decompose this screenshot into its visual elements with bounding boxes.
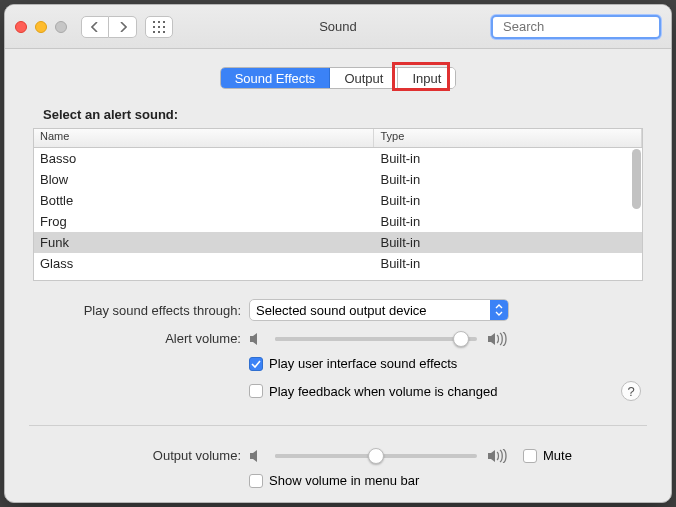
zoom-button[interactable] bbox=[55, 21, 67, 33]
popup-arrows-icon bbox=[490, 300, 508, 320]
svg-rect-1 bbox=[158, 21, 160, 23]
svg-rect-6 bbox=[153, 31, 155, 33]
svg-rect-4 bbox=[158, 26, 160, 28]
svg-rect-8 bbox=[163, 31, 165, 33]
svg-rect-0 bbox=[153, 21, 155, 23]
col-name[interactable]: Name bbox=[34, 129, 374, 147]
output-volume-slider[interactable] bbox=[275, 454, 477, 458]
play-through-label: Play sound effects through: bbox=[35, 303, 249, 318]
svg-rect-5 bbox=[163, 26, 165, 28]
titlebar: Sound bbox=[5, 5, 671, 49]
speaker-low-icon bbox=[249, 449, 265, 463]
speaker-low-icon bbox=[249, 332, 265, 346]
table-row[interactable]: FrogBuilt-in bbox=[34, 211, 642, 232]
table-row[interactable]: GlassBuilt-in bbox=[34, 253, 642, 274]
checkbox-icon bbox=[249, 384, 263, 398]
table-body: BassoBuilt-inBlowBuilt-inBottleBuilt-inF… bbox=[34, 148, 642, 280]
sound-name: Bottle bbox=[34, 193, 374, 208]
sound-type: Built-in bbox=[374, 172, 642, 187]
checkbox-icon bbox=[523, 449, 537, 463]
popup-selected: Selected sound output device bbox=[256, 303, 427, 318]
forward-button[interactable] bbox=[109, 16, 137, 38]
table-row[interactable]: FunkBuilt-in bbox=[34, 232, 642, 253]
ui-effects-label: Play user interface sound effects bbox=[269, 356, 457, 371]
search-input[interactable] bbox=[503, 19, 671, 34]
minimize-button[interactable] bbox=[35, 21, 47, 33]
tab-output[interactable]: Output bbox=[330, 68, 398, 88]
chevron-left-icon bbox=[91, 22, 99, 32]
sound-name: Glass bbox=[34, 256, 374, 271]
sound-type: Built-in bbox=[374, 256, 642, 271]
nav-buttons bbox=[81, 16, 137, 38]
svg-rect-3 bbox=[153, 26, 155, 28]
scrollbar-thumb[interactable] bbox=[632, 149, 641, 209]
alert-sound-table: Name Type BassoBuilt-inBlowBuilt-inBottl… bbox=[33, 128, 643, 281]
sound-type: Built-in bbox=[374, 193, 642, 208]
output-volume-label: Output volume: bbox=[35, 448, 249, 463]
alert-volume-slider[interactable] bbox=[275, 337, 477, 341]
sound-name: Funk bbox=[34, 235, 374, 250]
checkbox-icon bbox=[249, 357, 263, 371]
sound-name: Frog bbox=[34, 214, 374, 229]
table-row[interactable]: BottleBuilt-in bbox=[34, 190, 642, 211]
search-field[interactable] bbox=[491, 15, 661, 39]
divider bbox=[29, 425, 647, 426]
sound-name: Basso bbox=[34, 151, 374, 166]
traffic-lights bbox=[15, 21, 67, 33]
output-device-popup[interactable]: Selected sound output device bbox=[249, 299, 509, 321]
show-all-button[interactable] bbox=[145, 16, 173, 38]
settings-form: Play sound effects through: Selected sou… bbox=[33, 299, 643, 488]
alert-heading: Select an alert sound: bbox=[43, 107, 643, 122]
sound-type: Built-in bbox=[374, 235, 642, 250]
tab-sound-effects[interactable]: Sound Effects bbox=[221, 68, 331, 88]
tab-input[interactable]: Input bbox=[398, 68, 455, 88]
alert-volume-label: Alert volume: bbox=[35, 331, 249, 346]
table-header: Name Type bbox=[34, 129, 642, 148]
sound-name: Blow bbox=[34, 172, 374, 187]
ui-effects-checkbox[interactable]: Play user interface sound effects bbox=[249, 356, 457, 371]
help-button[interactable]: ? bbox=[621, 381, 641, 401]
table-row[interactable]: BassoBuilt-in bbox=[34, 148, 642, 169]
feedback-checkbox[interactable]: Play feedback when volume is changed bbox=[249, 384, 497, 399]
menubar-checkbox[interactable]: Show volume in menu bar bbox=[249, 473, 419, 488]
close-button[interactable] bbox=[15, 21, 27, 33]
grid-icon bbox=[153, 21, 165, 33]
sound-type: Built-in bbox=[374, 214, 642, 229]
sound-type: Built-in bbox=[374, 151, 642, 166]
speaker-high-icon bbox=[487, 332, 509, 346]
col-type[interactable]: Type bbox=[374, 129, 642, 147]
back-button[interactable] bbox=[81, 16, 109, 38]
table-row[interactable]: BlowBuilt-in bbox=[34, 169, 642, 190]
content-area: Sound EffectsOutputInput Select an alert… bbox=[5, 49, 671, 502]
mute-checkbox[interactable]: Mute bbox=[523, 448, 572, 463]
checkbox-icon bbox=[249, 474, 263, 488]
feedback-label: Play feedback when volume is changed bbox=[269, 384, 497, 399]
speaker-high-icon bbox=[487, 449, 509, 463]
chevron-right-icon bbox=[119, 22, 127, 32]
sound-preferences-window: Sound Sound EffectsOutputInput Select an… bbox=[4, 4, 672, 503]
menubar-label: Show volume in menu bar bbox=[269, 473, 419, 488]
svg-rect-2 bbox=[163, 21, 165, 23]
svg-rect-7 bbox=[158, 31, 160, 33]
tab-bar: Sound EffectsOutputInput bbox=[33, 67, 643, 89]
mute-label: Mute bbox=[543, 448, 572, 463]
